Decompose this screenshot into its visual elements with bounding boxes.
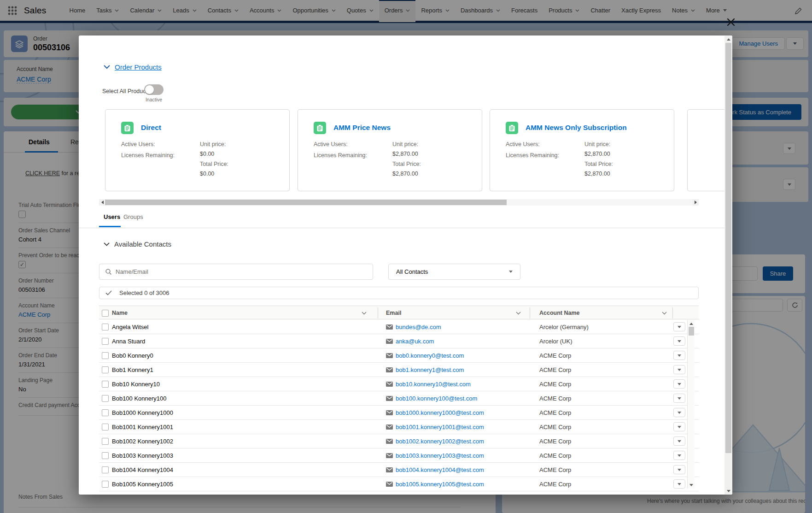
contact-email-link[interactable]: bob1.konnery1@test.com xyxy=(396,366,464,373)
row-checkbox[interactable] xyxy=(102,466,109,473)
product-icon xyxy=(314,122,326,134)
row-checkbox[interactable] xyxy=(102,366,109,373)
table-row: Bob1 Konnery1bob1.konnery1@test.comACME … xyxy=(99,363,699,377)
contact-email-link[interactable]: bob1002.konnery1002@test.com xyxy=(396,438,484,445)
modal-scrollbar[interactable] xyxy=(724,35,732,495)
row-checkbox[interactable] xyxy=(102,395,109,402)
product-card[interactable]: AMM Price NewsActive Users:Licenses Rema… xyxy=(298,109,482,191)
row-actions-button[interactable] xyxy=(673,422,685,431)
product-card[interactable]: AMM News Only SubscriptionActive Users:L… xyxy=(490,109,674,191)
row-checkbox[interactable] xyxy=(102,381,109,388)
column-header-name[interactable]: Name xyxy=(112,306,128,320)
row-actions-button[interactable] xyxy=(673,379,685,389)
contact-name: Angela Witsel xyxy=(112,324,148,330)
chevron-down-icon[interactable] xyxy=(662,312,667,315)
contact-account: ACME Corp xyxy=(539,466,571,473)
total-price-value: $2,870.00 xyxy=(392,171,418,177)
row-actions-button[interactable] xyxy=(673,351,685,360)
contact-email-link[interactable]: bundes@de.com xyxy=(396,324,441,330)
search-icon xyxy=(105,269,111,275)
email-icon xyxy=(386,410,393,415)
row-checkbox[interactable] xyxy=(102,324,109,330)
row-actions-button[interactable] xyxy=(673,394,685,403)
scroll-up-icon[interactable] xyxy=(724,36,732,42)
table-row: Angela Witselbundes@de.comArcelor (Germa… xyxy=(99,320,699,334)
chevron-down-icon xyxy=(678,440,681,442)
table-rows: Angela Witselbundes@de.comArcelor (Germa… xyxy=(99,320,699,491)
contact-name: Bob0 Konnery0 xyxy=(112,352,153,359)
contact-email-link[interactable]: bob1005.konnery1005@test.com xyxy=(396,481,484,488)
tab-groups[interactable]: Groups xyxy=(123,213,143,220)
contact-name: Bob1 Konnery1 xyxy=(112,366,153,373)
table-scrollbar[interactable] xyxy=(687,320,695,489)
select-all-checkbox[interactable] xyxy=(102,310,109,317)
product-card-partial[interactable] xyxy=(687,109,724,191)
row-checkbox[interactable] xyxy=(102,424,109,430)
table-row: Bob1001 Konnery1001bob1001.konnery1001@t… xyxy=(99,420,699,434)
row-checkbox[interactable] xyxy=(102,438,109,445)
contact-email-link[interactable]: bob1003.konnery1003@test.com xyxy=(396,452,484,459)
row-actions-button[interactable] xyxy=(673,465,685,474)
contact-email-link[interactable]: bob1001.konnery1001@test.com xyxy=(396,424,484,430)
row-checkbox[interactable] xyxy=(102,481,109,488)
row-actions-button[interactable] xyxy=(673,408,685,417)
chevron-down-icon xyxy=(509,271,513,273)
row-checkbox[interactable] xyxy=(102,452,109,459)
contact-name: Bob1003 Konnery1003 xyxy=(112,452,173,459)
scroll-down-icon[interactable] xyxy=(688,482,695,488)
row-actions-button[interactable] xyxy=(673,479,685,489)
contact-name: Bob1004 Konnery1004 xyxy=(112,466,173,473)
unit-price-label: Unit price: xyxy=(200,141,226,147)
product-card[interactable]: DirectActive Users:Licenses Remaining:Un… xyxy=(105,109,290,191)
chevron-down-icon[interactable] xyxy=(104,65,110,69)
row-checkbox[interactable] xyxy=(102,338,109,345)
row-actions-button[interactable] xyxy=(673,322,685,331)
contact-account: Arcelor (Germany) xyxy=(539,324,589,330)
row-actions-button[interactable] xyxy=(673,365,685,374)
scroll-up-icon[interactable] xyxy=(688,320,695,327)
contact-email-link[interactable]: bob1004.konnery1004@test.com xyxy=(396,466,484,473)
total-price-label: Total Price: xyxy=(200,161,228,167)
contact-search-input[interactable]: Name/Email xyxy=(99,264,373,280)
scroll-right-icon[interactable] xyxy=(692,199,699,206)
contact-email-link[interactable]: anka@uk.com xyxy=(396,338,434,345)
close-icon[interactable] xyxy=(724,16,738,29)
chevron-down-icon xyxy=(678,340,681,342)
email-icon xyxy=(386,353,393,358)
product-title-link[interactable]: AMM News Only Subscription xyxy=(526,124,627,132)
scrollbar-thumb[interactable] xyxy=(689,327,694,336)
row-actions-button[interactable] xyxy=(673,451,685,460)
chevron-down-icon[interactable] xyxy=(362,312,367,315)
contact-name: Anna Stuard xyxy=(112,338,145,345)
row-actions-button[interactable] xyxy=(673,436,685,446)
chevron-down-icon[interactable] xyxy=(516,312,521,315)
chevron-down-icon[interactable] xyxy=(104,242,110,246)
scrollbar-thumb[interactable] xyxy=(105,200,507,205)
search-placeholder: Name/Email xyxy=(116,268,148,275)
tab-users[interactable]: Users xyxy=(104,213,120,220)
chevron-down-icon xyxy=(678,397,681,400)
products-horizontal-scrollbar[interactable] xyxy=(99,199,699,206)
row-checkbox[interactable] xyxy=(102,409,109,416)
column-header-email[interactable]: Email xyxy=(386,306,401,320)
contact-email-link[interactable]: bob1000.konnery1000@test.com xyxy=(396,409,484,416)
unit-price-label: Unit price: xyxy=(584,141,610,147)
row-actions-button[interactable] xyxy=(673,336,685,346)
available-contacts-title: Available Contacts xyxy=(114,240,171,248)
contact-scope-select[interactable]: All Contacts xyxy=(388,264,520,280)
scroll-down-icon[interactable] xyxy=(724,488,732,494)
contact-email-link[interactable]: bob100.konnery100@test.com xyxy=(396,395,477,402)
row-checkbox[interactable] xyxy=(102,352,109,359)
contact-email-link[interactable]: bob10.konnery10@test.com xyxy=(396,381,471,388)
product-title-link[interactable]: Direct xyxy=(141,124,161,132)
order-products-section-link[interactable]: Order Products xyxy=(115,63,162,71)
licenses-label: Licenses Remaining: xyxy=(314,152,367,159)
select-all-toggle[interactable] xyxy=(144,84,164,95)
product-title-link[interactable]: AMM Price News xyxy=(333,124,391,132)
scroll-left-icon[interactable] xyxy=(99,199,105,206)
contact-name: Bob1002 Konnery1002 xyxy=(112,438,173,445)
contact-email-link[interactable]: bob0.konnery0@test.com xyxy=(396,352,464,359)
column-header-account[interactable]: Account Name xyxy=(539,306,580,320)
scrollbar-thumb[interactable] xyxy=(725,43,731,453)
email-icon xyxy=(386,396,393,401)
